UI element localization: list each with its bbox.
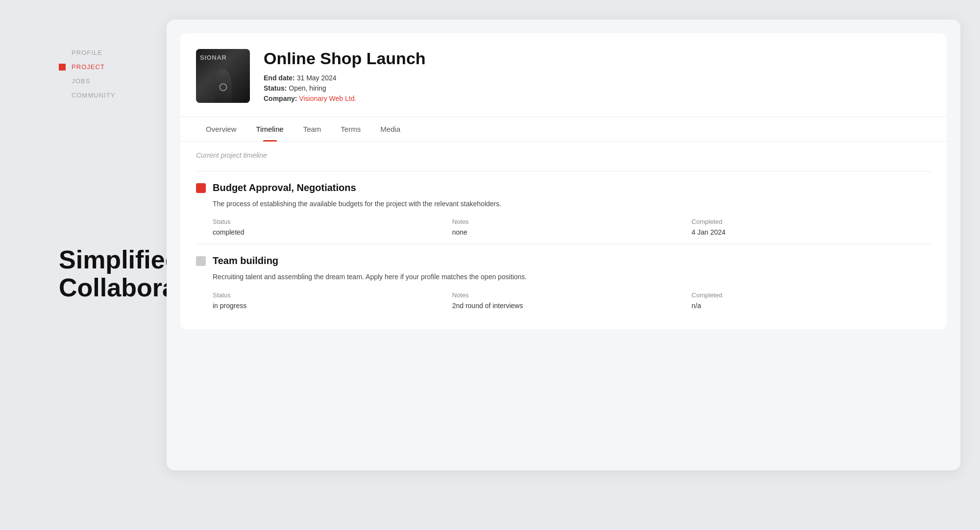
timeline-notes-col: Notes 2nd round of interviews [452,291,692,310]
sidebar-item-jobs[interactable]: JOBS [59,77,167,85]
completed-col-label: Completed [691,291,931,299]
status-col-value: completed [213,228,452,236]
timeline-meta-grid: Status in progress Notes 2nd round of in… [213,291,931,310]
sidebar-item-label: COMMUNITY [72,92,116,99]
status-col-label: Status [213,218,452,225]
tab-team[interactable]: Team [294,117,331,141]
sidebar-tagline: Simplified Collaboration [59,246,167,302]
tab-media[interactable]: Media [370,117,410,141]
sidebar-item-profile[interactable]: PROFILE [59,49,167,56]
app-wrapper: PROFILEPROJECTJOBSCOMMUNITY Simplified C… [0,0,980,530]
active-dot-icon [59,64,66,71]
completed-col-label: Completed [691,218,931,225]
sidebar-item-community[interactable]: COMMUNITY [59,92,167,99]
timeline-meta-grid: Status completed Notes none Completed 4 … [213,218,931,236]
company-label: Company: [264,95,297,102]
timeline-item-header: Budget Approval, Negotiations [196,182,931,193]
status-row: Status: Open, hiring [264,84,931,92]
sidebar: PROFILEPROJECTJOBSCOMMUNITY Simplified C… [0,20,167,302]
status-col-label: Status [213,291,452,299]
sidebar-item-project[interactable]: PROJECT [59,63,167,71]
project-title: Online Shop Launch [264,49,931,68]
thumbnail-image: SIONAR [196,49,250,103]
timeline-notes-col: Notes none [452,218,692,236]
thumbnail-figure [215,69,232,103]
end-date-label: End date: [264,74,295,82]
completed-col-value: n/a [691,302,931,310]
timeline-completed-col: Completed n/a [691,291,931,310]
timeline-status-dot [196,183,206,193]
notes-col-value: 2nd round of interviews [452,302,692,310]
project-meta: End date: 31 May 2024 Status: Open, hiri… [264,74,931,102]
dot-placeholder [59,78,66,85]
status-label: Status: [264,84,287,92]
timeline-item-description: The process of establishing the availabl… [213,198,931,209]
thumbnail-label: SIONAR [200,54,226,61]
tab-overview[interactable]: Overview [196,117,246,141]
notes-col-label: Notes [452,291,692,299]
notes-col-value: none [452,228,692,236]
timeline-content: Current project timeline Budget Approval… [180,142,947,329]
timeline-item-header: Team building [196,255,931,266]
sidebar-item-label: JOBS [72,77,90,85]
timeline-item-team-building: Team building Recruiting talent and asse… [196,244,931,317]
company-link[interactable]: Visionary Web Ltd. [299,95,356,102]
project-info: Online Shop Launch End date: 31 May 2024… [264,49,931,102]
timeline-completed-col: Completed 4 Jan 2024 [691,218,931,236]
notes-col-label: Notes [452,218,692,225]
tab-timeline[interactable]: Timeline [246,117,294,141]
project-thumbnail: SIONAR [196,49,250,103]
tagline-text: Simplified Collaboration [59,246,167,302]
timeline-status-col: Status completed [213,218,452,236]
end-date-value: 31 May 2024 [297,74,337,82]
status-col-value: in progress [213,302,452,310]
dot-placeholder [59,49,66,56]
content-card: SIONAR Online Shop Launch End date: 31 M… [180,33,947,329]
status-value: Open, hiring [289,84,326,92]
timeline-item-title: Team building [213,255,278,266]
main-panel: SIONAR Online Shop Launch End date: 31 M… [167,20,960,470]
project-header: SIONAR Online Shop Launch End date: 31 M… [180,33,947,117]
timeline-item-title: Budget Approval, Negotiations [213,182,356,193]
sidebar-item-label: PROJECT [72,63,105,71]
timeline-status-dot [196,256,206,266]
company-row: Company: Visionary Web Ltd. [264,95,931,102]
tab-terms[interactable]: Terms [331,117,370,141]
timeline-item-description: Recruiting talent and assembling the dre… [213,271,931,282]
timeline-subtitle: Current project timeline [196,151,931,159]
sidebar-item-label: PROFILE [72,49,102,56]
dot-placeholder [59,92,66,99]
completed-col-value: 4 Jan 2024 [691,228,931,236]
end-date-row: End date: 31 May 2024 [264,74,931,82]
timeline-item-budget-approval: Budget Approval, Negotiations The proces… [196,171,931,244]
tabs-bar: OverviewTimelineTeamTermsMedia [180,117,947,142]
sidebar-nav: PROFILEPROJECTJOBSCOMMUNITY [59,49,167,99]
timeline-status-col: Status in progress [213,291,452,310]
thumbnail-circle [219,83,227,91]
